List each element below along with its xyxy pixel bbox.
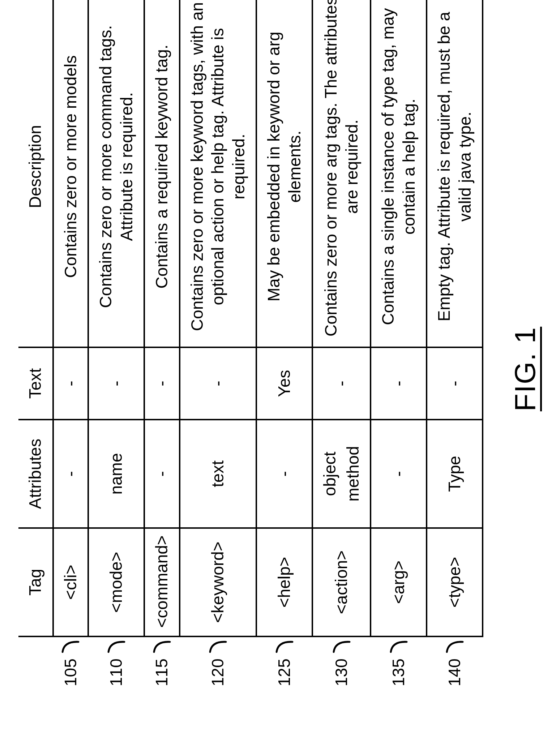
figure-caption: FIG. 1 — [509, 44, 542, 694]
leader-arc-icon — [388, 633, 409, 655]
leader-arc-icon — [105, 633, 127, 655]
row-ref: 125 — [256, 636, 312, 694]
cell-tag: <keyword> — [179, 528, 256, 636]
row-ref-number: 140 — [444, 658, 465, 686]
table-row: 125 <help>-YesMay be embedded in keyword… — [256, 0, 312, 694]
cell-tag: <cli> — [53, 528, 88, 636]
leader-arc-icon — [151, 633, 172, 655]
table-row: 135 <arg>--Contains a single instance of… — [371, 0, 427, 694]
cell-attributes: Type — [427, 420, 483, 528]
cell-description: Contains zero or more command tags. Attr… — [88, 0, 144, 347]
leader-arc-icon — [60, 633, 81, 655]
leader-arc-icon — [444, 633, 465, 655]
table-row: 130 <action>objectmethod-Contains zero o… — [312, 0, 371, 694]
row-ref: 120 — [179, 636, 256, 694]
row-ref: 115 — [144, 636, 180, 694]
cell-text: - — [144, 347, 180, 420]
tag-table: Tag Attributes Text Description 105 <cli… — [18, 0, 483, 694]
cell-text: - — [371, 347, 427, 420]
cell-tag: <action> — [312, 528, 371, 636]
cell-attributes: - — [144, 420, 180, 528]
row-ref-number: 135 — [388, 658, 409, 686]
col-header-description: Description — [18, 0, 53, 347]
cell-tag: <help> — [256, 528, 312, 636]
col-header-text: Text — [18, 347, 53, 420]
cell-attributes: - — [53, 420, 88, 528]
cell-description: Contains zero or more arg tags. The attr… — [312, 0, 371, 347]
leader-arc-icon — [273, 633, 295, 655]
cell-attributes: objectmethod — [312, 420, 371, 528]
row-ref-number: 120 — [208, 658, 228, 686]
col-header-tag: Tag — [18, 528, 53, 636]
cell-text: - — [88, 347, 144, 420]
cell-attributes: text — [179, 420, 256, 528]
cell-attributes: - — [256, 420, 312, 528]
row-ref: 130 — [312, 636, 371, 694]
cell-description: Empty tag. Attribute is required, must b… — [427, 0, 483, 347]
cell-tag: <command> — [144, 528, 180, 636]
table-row: 140 <type>Type-Empty tag. Attribute is r… — [427, 0, 483, 694]
cell-attributes: - — [371, 420, 427, 528]
cell-text: Yes — [256, 347, 312, 420]
cell-description: Contains a single instance of type tag, … — [371, 0, 427, 347]
cell-attributes-line: object — [320, 452, 341, 496]
col-header-attributes: Attributes — [18, 420, 53, 528]
cell-tag: <mode> — [88, 528, 144, 636]
table-header-row: Tag Attributes Text Description — [18, 0, 53, 694]
cell-text: - — [179, 347, 256, 420]
row-ref: 140 — [427, 636, 483, 694]
cell-description: Contains zero or more keyword tags, with… — [179, 0, 256, 347]
table-row: 105 <cli>--Contains zero or more models — [53, 0, 88, 694]
table-body: 105 <cli>--Contains zero or more models1… — [53, 0, 483, 694]
row-ref-number: 125 — [274, 658, 295, 686]
row-ref: 110 — [88, 636, 144, 694]
row-ref-number: 130 — [331, 658, 352, 686]
figure-1-block: Tag Attributes Text Description 105 <cli… — [18, 44, 542, 694]
row-ref-number: 115 — [151, 658, 172, 686]
cell-attributes: name — [88, 420, 144, 528]
row-ref: 105 — [53, 636, 88, 694]
row-ref-number: 105 — [60, 658, 81, 686]
cell-text: - — [427, 347, 483, 420]
cell-text: - — [312, 347, 371, 420]
row-ref-number: 110 — [106, 658, 127, 686]
leader-arc-icon — [207, 633, 228, 655]
cell-description: May be embedded in keyword or arg elemen… — [256, 0, 312, 347]
cell-tag: <arg> — [371, 528, 427, 636]
cell-tag: <type> — [427, 528, 483, 636]
table-row: 115 <command>--Contains a required keywo… — [144, 0, 180, 694]
cell-description: Contains a required keyword tag. — [144, 0, 180, 347]
leader-arc-icon — [330, 633, 352, 655]
cell-attributes-line: method — [342, 446, 363, 501]
row-ref: 135 — [371, 636, 427, 694]
table-row: 110 <mode>name-Contains zero or more com… — [88, 0, 144, 694]
table-row: 120 <keyword>text-Contains zero or more … — [179, 0, 256, 694]
cell-text: - — [53, 347, 88, 420]
cell-description: Contains zero or more models — [53, 0, 88, 347]
